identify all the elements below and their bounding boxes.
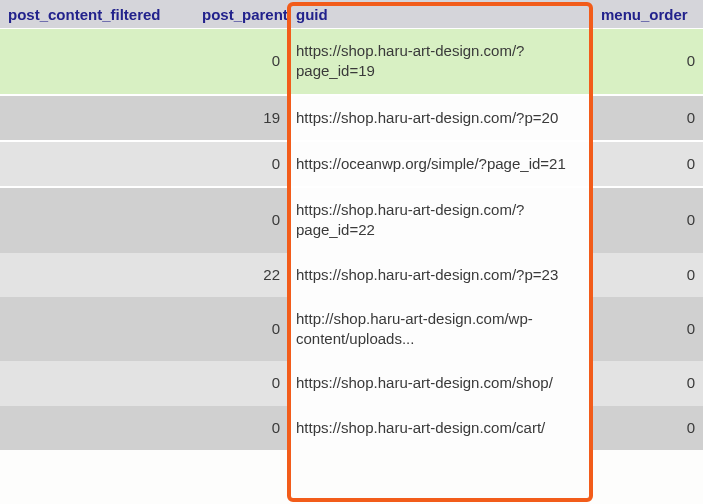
cell-guid: https://shop.haru-art-design.com/shop/ [288, 361, 593, 405]
cell-menu-order: 0 [593, 96, 703, 140]
cell-post-content-filtered [0, 406, 194, 450]
cell-guid: https://shop.haru-art-design.com/?page_i… [288, 29, 593, 94]
cell-guid: https://shop.haru-art-design.com/?page_i… [288, 188, 593, 253]
cell-post-parent: 0 [194, 406, 288, 450]
table-row[interactable]: 0https://shop.haru-art-design.com/?page_… [0, 29, 703, 94]
cell-post-parent: 0 [194, 29, 288, 94]
cell-post-content-filtered [0, 361, 194, 405]
col-header-post-parent[interactable]: post_parent [194, 0, 288, 29]
cell-post-parent: 0 [194, 361, 288, 405]
cell-post-content-filtered [0, 29, 194, 94]
cell-menu-order: 0 [593, 297, 703, 362]
cell-guid: https://shop.haru-art-design.com/cart/ [288, 406, 593, 450]
col-header-menu-order[interactable]: menu_order [593, 0, 703, 29]
cell-post-content-filtered [0, 253, 194, 297]
table-row[interactable]: 0https://shop.haru-art-design.com/shop/0 [0, 361, 703, 405]
cell-post-content-filtered [0, 96, 194, 140]
cell-post-parent: 22 [194, 253, 288, 297]
table-header-row: post_content_filtered post_parent guid m… [0, 0, 703, 29]
cell-post-parent: 0 [194, 188, 288, 253]
cell-guid: https://shop.haru-art-design.com/?p=23 [288, 253, 593, 297]
cell-post-parent: 0 [194, 142, 288, 186]
cell-menu-order: 0 [593, 406, 703, 450]
cell-post-parent: 0 [194, 297, 288, 362]
cell-menu-order: 0 [593, 188, 703, 253]
table-row[interactable]: 22https://shop.haru-art-design.com/?p=23… [0, 253, 703, 297]
cell-post-content-filtered [0, 142, 194, 186]
cell-post-content-filtered [0, 188, 194, 253]
cell-guid: https://shop.haru-art-design.com/?p=20 [288, 96, 593, 140]
db-table: post_content_filtered post_parent guid m… [0, 0, 703, 450]
col-header-guid[interactable]: guid [288, 0, 593, 29]
cell-guid: http://shop.haru-art-design.com/wp-conte… [288, 297, 593, 362]
cell-menu-order: 0 [593, 253, 703, 297]
col-header-post-content-filtered[interactable]: post_content_filtered [0, 0, 194, 29]
cell-guid: https://oceanwp.org/simple/?page_id=21 [288, 142, 593, 186]
table-row[interactable]: 0http://shop.haru-art-design.com/wp-cont… [0, 297, 703, 362]
cell-post-parent: 19 [194, 96, 288, 140]
table-row[interactable]: 0https://shop.haru-art-design.com/cart/0 [0, 406, 703, 450]
cell-menu-order: 0 [593, 142, 703, 186]
table-row[interactable]: 0https://shop.haru-art-design.com/?page_… [0, 188, 703, 253]
table-row[interactable]: 19https://shop.haru-art-design.com/?p=20… [0, 96, 703, 140]
cell-menu-order: 0 [593, 361, 703, 405]
cell-post-content-filtered [0, 297, 194, 362]
cell-menu-order: 0 [593, 29, 703, 94]
table-row[interactable]: 0https://oceanwp.org/simple/?page_id=210 [0, 142, 703, 186]
